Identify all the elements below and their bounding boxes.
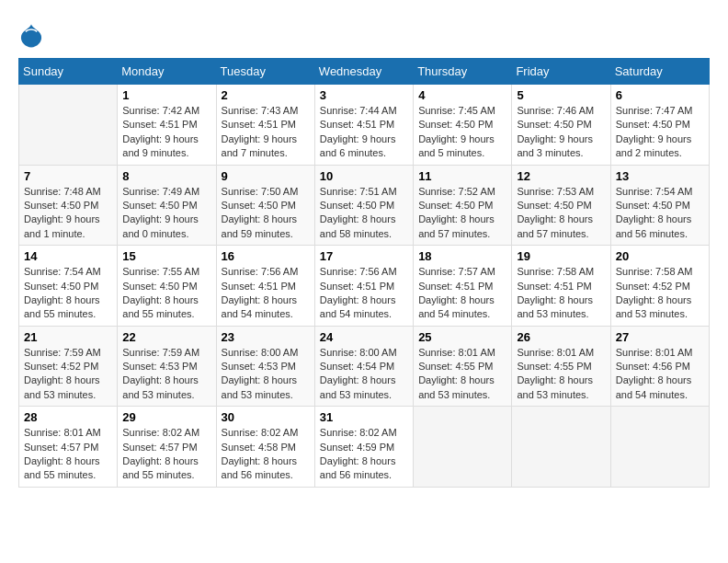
calendar-cell: 22Sunrise: 7:59 AMSunset: 4:53 PMDayligh… xyxy=(118,326,216,407)
day-info: Sunrise: 7:59 AMSunset: 4:52 PMDaylight:… xyxy=(24,346,112,403)
calendar-cell: 23Sunrise: 8:00 AMSunset: 4:53 PMDayligh… xyxy=(216,326,314,407)
day-number: 2 xyxy=(222,88,310,102)
day-number: 31 xyxy=(320,410,408,424)
calendar-cell: 24Sunrise: 8:00 AMSunset: 4:54 PMDayligh… xyxy=(314,326,413,407)
day-number: 25 xyxy=(418,330,506,344)
day-info: Sunrise: 7:43 AMSunset: 4:51 PMDaylight:… xyxy=(222,104,310,161)
day-info: Sunrise: 7:42 AMSunset: 4:51 PMDaylight:… xyxy=(122,104,210,161)
calendar-cell xyxy=(512,407,610,488)
day-info: Sunrise: 8:02 AMSunset: 4:58 PMDaylight:… xyxy=(222,426,310,483)
day-number: 17 xyxy=(320,249,408,263)
day-number: 22 xyxy=(122,330,210,344)
weekday-header: Wednesday xyxy=(314,59,413,85)
calendar-cell: 9Sunrise: 7:50 AMSunset: 4:50 PMDaylight… xyxy=(216,165,314,246)
logo-icon xyxy=(18,23,44,49)
calendar-cell: 16Sunrise: 7:56 AMSunset: 4:51 PMDayligh… xyxy=(216,246,314,327)
day-info: Sunrise: 7:45 AMSunset: 4:50 PMDaylight:… xyxy=(418,104,506,161)
day-info: Sunrise: 8:00 AMSunset: 4:54 PMDaylight:… xyxy=(320,346,408,403)
calendar-cell: 7Sunrise: 7:48 AMSunset: 4:50 PMDaylight… xyxy=(19,165,118,246)
day-number: 3 xyxy=(320,88,408,102)
calendar-cell: 6Sunrise: 7:47 AMSunset: 4:50 PMDaylight… xyxy=(610,85,709,166)
weekday-header: Friday xyxy=(512,59,610,85)
day-info: Sunrise: 7:46 AMSunset: 4:50 PMDaylight:… xyxy=(517,104,605,161)
day-info: Sunrise: 7:54 AMSunset: 4:50 PMDaylight:… xyxy=(616,185,704,242)
day-info: Sunrise: 8:01 AMSunset: 4:55 PMDaylight:… xyxy=(517,346,605,403)
calendar: SundayMondayTuesdayWednesdayThursdayFrid… xyxy=(18,58,710,488)
calendar-cell: 1Sunrise: 7:42 AMSunset: 4:51 PMDaylight… xyxy=(118,85,216,166)
day-number: 27 xyxy=(616,330,704,344)
day-info: Sunrise: 8:02 AMSunset: 4:57 PMDaylight:… xyxy=(122,426,210,483)
day-number: 1 xyxy=(122,88,210,102)
day-info: Sunrise: 8:01 AMSunset: 4:57 PMDaylight:… xyxy=(24,426,112,483)
day-number: 8 xyxy=(122,169,210,183)
day-info: Sunrise: 7:51 AMSunset: 4:50 PMDaylight:… xyxy=(320,185,408,242)
calendar-cell xyxy=(610,407,709,488)
day-info: Sunrise: 7:50 AMSunset: 4:50 PMDaylight:… xyxy=(222,185,310,242)
calendar-cell: 11Sunrise: 7:52 AMSunset: 4:50 PMDayligh… xyxy=(414,165,512,246)
calendar-cell: 18Sunrise: 7:57 AMSunset: 4:51 PMDayligh… xyxy=(414,246,512,327)
calendar-cell: 20Sunrise: 7:58 AMSunset: 4:52 PMDayligh… xyxy=(610,246,709,327)
calendar-cell: 10Sunrise: 7:51 AMSunset: 4:50 PMDayligh… xyxy=(314,165,413,246)
day-number: 9 xyxy=(222,169,310,183)
day-number: 18 xyxy=(418,249,506,263)
weekday-header: Thursday xyxy=(414,59,512,85)
calendar-cell: 25Sunrise: 8:01 AMSunset: 4:55 PMDayligh… xyxy=(414,326,512,407)
day-number: 19 xyxy=(517,249,605,263)
calendar-cell xyxy=(19,85,118,166)
day-number: 29 xyxy=(122,410,210,424)
calendar-cell: 21Sunrise: 7:59 AMSunset: 4:52 PMDayligh… xyxy=(19,326,118,407)
calendar-cell: 5Sunrise: 7:46 AMSunset: 4:50 PMDaylight… xyxy=(512,85,610,166)
day-info: Sunrise: 7:59 AMSunset: 4:53 PMDaylight:… xyxy=(122,346,210,403)
day-info: Sunrise: 7:48 AMSunset: 4:50 PMDaylight:… xyxy=(24,185,112,242)
day-info: Sunrise: 7:53 AMSunset: 4:50 PMDaylight:… xyxy=(517,185,605,242)
calendar-cell: 28Sunrise: 8:01 AMSunset: 4:57 PMDayligh… xyxy=(19,407,118,488)
calendar-cell: 19Sunrise: 7:58 AMSunset: 4:51 PMDayligh… xyxy=(512,246,610,327)
day-info: Sunrise: 7:58 AMSunset: 4:51 PMDaylight:… xyxy=(517,265,605,322)
calendar-cell: 4Sunrise: 7:45 AMSunset: 4:50 PMDaylight… xyxy=(414,85,512,166)
day-number: 12 xyxy=(517,169,605,183)
calendar-cell: 3Sunrise: 7:44 AMSunset: 4:51 PMDaylight… xyxy=(314,85,413,166)
day-info: Sunrise: 7:55 AMSunset: 4:50 PMDaylight:… xyxy=(122,265,210,322)
day-number: 10 xyxy=(320,169,408,183)
day-info: Sunrise: 7:44 AMSunset: 4:51 PMDaylight:… xyxy=(320,104,408,161)
day-info: Sunrise: 7:49 AMSunset: 4:50 PMDaylight:… xyxy=(122,185,210,242)
day-number: 6 xyxy=(616,88,704,102)
day-number: 30 xyxy=(222,410,310,424)
calendar-cell: 15Sunrise: 7:55 AMSunset: 4:50 PMDayligh… xyxy=(118,246,216,327)
day-info: Sunrise: 8:01 AMSunset: 4:55 PMDaylight:… xyxy=(418,346,506,403)
day-number: 14 xyxy=(24,249,112,263)
day-info: Sunrise: 8:02 AMSunset: 4:59 PMDaylight:… xyxy=(320,426,408,483)
day-info: Sunrise: 7:54 AMSunset: 4:50 PMDaylight:… xyxy=(24,265,112,322)
day-number: 21 xyxy=(24,330,112,344)
day-number: 24 xyxy=(320,330,408,344)
day-number: 11 xyxy=(418,169,506,183)
day-number: 13 xyxy=(616,169,704,183)
calendar-cell: 31Sunrise: 8:02 AMSunset: 4:59 PMDayligh… xyxy=(314,407,413,488)
weekday-header: Tuesday xyxy=(216,59,314,85)
calendar-cell: 30Sunrise: 8:02 AMSunset: 4:58 PMDayligh… xyxy=(216,407,314,488)
weekday-header: Sunday xyxy=(19,59,118,85)
day-number: 4 xyxy=(418,88,506,102)
day-info: Sunrise: 7:47 AMSunset: 4:50 PMDaylight:… xyxy=(616,104,704,161)
calendar-cell: 12Sunrise: 7:53 AMSunset: 4:50 PMDayligh… xyxy=(512,165,610,246)
calendar-cell: 2Sunrise: 7:43 AMSunset: 4:51 PMDaylight… xyxy=(216,85,314,166)
calendar-cell: 14Sunrise: 7:54 AMSunset: 4:50 PMDayligh… xyxy=(19,246,118,327)
day-number: 23 xyxy=(222,330,310,344)
day-number: 7 xyxy=(24,169,112,183)
day-number: 28 xyxy=(24,410,112,424)
calendar-cell: 8Sunrise: 7:49 AMSunset: 4:50 PMDaylight… xyxy=(118,165,216,246)
day-number: 26 xyxy=(517,330,605,344)
calendar-cell: 17Sunrise: 7:56 AMSunset: 4:51 PMDayligh… xyxy=(314,246,413,327)
day-info: Sunrise: 8:00 AMSunset: 4:53 PMDaylight:… xyxy=(222,346,310,403)
day-info: Sunrise: 7:52 AMSunset: 4:50 PMDaylight:… xyxy=(418,185,506,242)
calendar-cell: 29Sunrise: 8:02 AMSunset: 4:57 PMDayligh… xyxy=(118,407,216,488)
calendar-cell: 27Sunrise: 8:01 AMSunset: 4:56 PMDayligh… xyxy=(610,326,709,407)
weekday-header: Saturday xyxy=(610,59,709,85)
logo xyxy=(18,23,46,49)
day-number: 15 xyxy=(122,249,210,263)
day-info: Sunrise: 7:57 AMSunset: 4:51 PMDaylight:… xyxy=(418,265,506,322)
calendar-cell: 26Sunrise: 8:01 AMSunset: 4:55 PMDayligh… xyxy=(512,326,610,407)
day-info: Sunrise: 7:56 AMSunset: 4:51 PMDaylight:… xyxy=(320,265,408,322)
day-info: Sunrise: 8:01 AMSunset: 4:56 PMDaylight:… xyxy=(616,346,704,403)
calendar-cell: 13Sunrise: 7:54 AMSunset: 4:50 PMDayligh… xyxy=(610,165,709,246)
